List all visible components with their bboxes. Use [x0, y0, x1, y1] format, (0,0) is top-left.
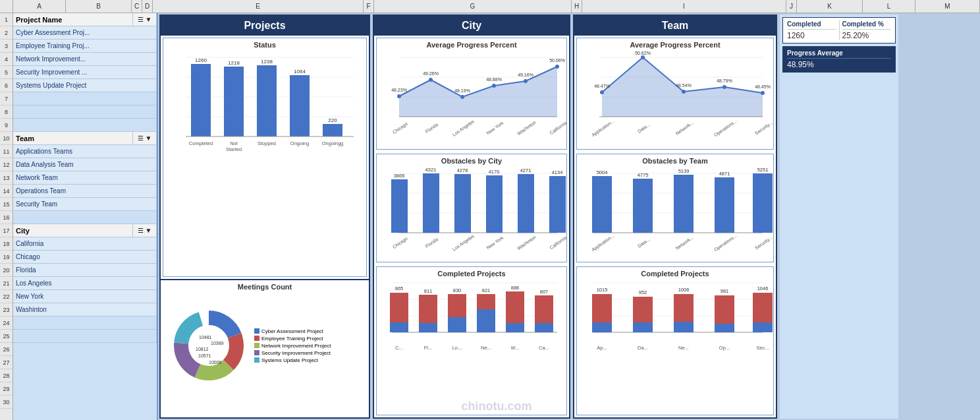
row-10: 10 [0, 132, 13, 145]
city-point-4 [524, 79, 528, 83]
team-item-2[interactable]: Data Analysis Team [13, 158, 157, 171]
team-item-4-row: Operations Team [13, 185, 157, 198]
svg-text:New York: New York [485, 120, 504, 135]
svg-text:Not: Not [230, 140, 238, 146]
project-item-5[interactable]: Systems Update Project [13, 79, 157, 92]
city-obs-bar-5 [549, 176, 566, 233]
svg-text:W...: W... [511, 345, 520, 351]
city-comp-bot-5 [535, 323, 553, 332]
svg-text:48.23%: 48.23% [391, 88, 407, 92]
city-item-6[interactable]: Washinton [13, 303, 157, 316]
team-item-3[interactable]: Network Team [13, 171, 157, 184]
city-item-5[interactable]: New York [13, 290, 157, 303]
team-completed-title: Completed Projects [580, 270, 771, 278]
city-avg-progress-svg: 48.23% 49.26% 48.19% 48.88% 49.16% 50.06… [379, 51, 560, 146]
city-item-3[interactable]: Florida [13, 264, 157, 276]
spreadsheet: A B C D E F G H I J K L M 1 2 3 4 5 6 7 … [0, 0, 980, 420]
city-item-2[interactable]: Chicago [13, 251, 157, 263]
projects-top: Status 1260 [161, 36, 369, 279]
donut-hole [190, 327, 227, 364]
row-4: 4 [0, 53, 13, 66]
team-obstacles-box: Obstacles by Team [576, 154, 774, 262]
legend-color-systems [254, 357, 259, 363]
svg-text:48.19%: 48.19% [454, 88, 470, 93]
project-item-3-row: Network Improvement... [13, 53, 157, 66]
project-item-4[interactable]: Security Improvement ... [13, 66, 157, 78]
city-sort-icon[interactable]: ☰ [138, 227, 144, 234]
col-l: L [863, 0, 915, 13]
team-item-5[interactable]: Security Team [13, 198, 157, 210]
city-completed-box: Completed Projects [376, 266, 567, 415]
completed-stats-box: Completed 1260 Completed % 25.20% [782, 17, 896, 44]
svg-text:Ca...: Ca... [539, 345, 549, 351]
row-9: 9 [0, 119, 13, 132]
project-item-2[interactable]: Employee Training Proj... [13, 40, 157, 52]
svg-text:952: 952 [639, 289, 647, 295]
empty-row-4 [13, 211, 157, 224]
svg-text:865: 865 [395, 285, 404, 291]
row-30: 30 [0, 396, 13, 409]
project-item-3[interactable]: Network Improvement... [13, 53, 157, 65]
svg-text:Application...: Application... [591, 119, 615, 138]
row-25: 25 [0, 330, 13, 343]
city-item-4[interactable]: Los Angeles [13, 277, 157, 289]
row-21: 21 [0, 277, 13, 290]
team-header-row: Team ☰ ▼ [13, 132, 157, 145]
svg-text:California: California [549, 121, 567, 136]
city-comp-bot-0b [390, 322, 408, 332]
city-panel-header: City [374, 16, 569, 36]
svg-text:5139: 5139 [678, 168, 690, 174]
city-item-1[interactable]: California [13, 237, 157, 250]
meetings-chart-title: Meetings Count [163, 283, 366, 291]
legend-color-network [254, 343, 259, 348]
svg-text:Washinton: Washinton [516, 120, 537, 136]
team-funnel-icon[interactable]: ▼ [146, 135, 152, 142]
row-1: 1 [0, 13, 13, 26]
bar-ongoing [290, 75, 310, 136]
bar-completed [191, 64, 211, 136]
svg-text:Operations...: Operations... [713, 233, 738, 253]
team-comp-bot-1 [633, 322, 653, 332]
team-item-2-row: Data Analysis Team [13, 158, 157, 171]
stats-panel: Completed 1260 Completed % 25.20% Progre… [780, 15, 898, 419]
team-item-1[interactable]: Applications Teams [13, 145, 157, 158]
legend-color-employee [254, 336, 259, 341]
team-panel-header: Team [574, 16, 776, 36]
row-11: 11 [0, 145, 13, 158]
col-a: A [13, 0, 66, 13]
col-e: E [153, 0, 364, 13]
legend-label-cyber: Cyber Assessment Project [261, 328, 323, 334]
svg-text:807: 807 [540, 289, 549, 295]
svg-text:Network...: Network... [675, 120, 695, 136]
svg-text:981: 981 [721, 288, 729, 294]
project-item-4-row: Security Improvement ... [13, 66, 157, 79]
svg-text:48.47%: 48.47% [594, 84, 610, 88]
team-item-4[interactable]: Operations Team [13, 185, 157, 197]
team-obs-bar-0 [592, 176, 612, 233]
project-filter-icons[interactable]: ☰ ▼ [133, 13, 157, 26]
project-item-1[interactable]: Cyber Assessment Proj... [13, 26, 157, 39]
svg-text:4271: 4271 [520, 167, 531, 173]
svg-text:48.88%: 48.88% [486, 77, 502, 82]
col-k: K [797, 0, 863, 13]
project-header-row: Project Name ☰ ▼ [13, 13, 157, 26]
team-filter-icons[interactable]: ☰ ▼ [133, 132, 157, 144]
legend-label-security: Security Improvement Project [261, 350, 331, 356]
city-header-row: City ☰ ▼ [13, 224, 157, 237]
city-funnel-icon[interactable]: ▼ [146, 227, 152, 234]
row-26: 26 [0, 343, 13, 356]
column-headers: A B C D E F G H I J K L M [0, 0, 980, 13]
team-sort-icon[interactable]: ☰ [138, 135, 144, 142]
team-obs-bar-4 [753, 173, 773, 233]
row-23: 23 [0, 303, 13, 316]
filter-sort-icon[interactable]: ☰ [138, 16, 144, 23]
row-24: 24 [0, 316, 13, 330]
legend-systems: Systems Update Project [254, 357, 331, 363]
filter-funnel-icon[interactable]: ▼ [146, 16, 152, 23]
svg-text:3866: 3866 [394, 173, 405, 179]
col-g: G [374, 0, 572, 13]
col-corner [0, 0, 13, 13]
team-obs-bar-3 [715, 177, 734, 233]
city-filter-icons[interactable]: ☰ ▼ [133, 224, 157, 237]
svg-text:886: 886 [511, 285, 520, 291]
